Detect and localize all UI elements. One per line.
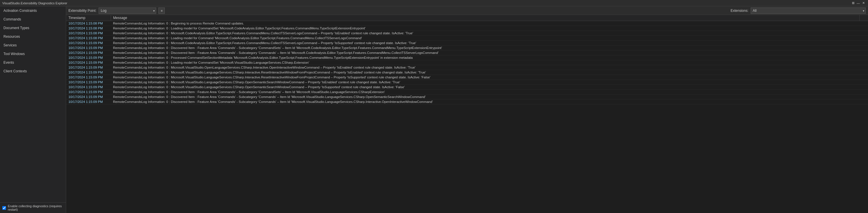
cell-timestamp: 10/17/2024 1:15:08 PM <box>66 21 111 26</box>
table-row: 10/17/2024 1:15:09 PMRemoteCommandsLog I… <box>66 65 868 70</box>
cell-timestamp: 10/17/2024 1:15:08 PM <box>66 26 111 31</box>
table-row: 10/17/2024 1:15:09 PMRemoteCommandsLog I… <box>66 55 868 60</box>
cell-timestamp: 10/17/2024 1:15:09 PM <box>66 70 111 75</box>
table-row: 10/17/2024 1:15:09 PMRemoteCommandsLog I… <box>66 50 868 55</box>
table-row: 10/17/2024 1:15:08 PMRemoteCommandsLog I… <box>66 31 868 36</box>
cell-timestamp: 10/17/2024 1:15:09 PM <box>66 65 111 70</box>
col-message: Message <box>111 15 859 21</box>
extensions-select[interactable]: All <box>751 7 866 14</box>
title-bar-controls: ⊞ — ✕ <box>851 1 866 5</box>
extensibility-point-select[interactable]: Log <box>99 7 156 14</box>
cell-message: RemoteCommandsLog Information: 0 : Micro… <box>111 31 868 36</box>
table-row: 10/17/2024 1:15:09 PMRemoteCommandsLog I… <box>66 46 868 50</box>
toolbar: Extensibility Point: Log ≡ Extensions: A… <box>66 6 868 15</box>
cell-message: RemoteCommandsLog Information: 0 : Loadi… <box>111 60 868 65</box>
log-table-container[interactable]: Timestamp Message 10/17/2024 1:15:08 PMR… <box>66 15 868 213</box>
table-row: 10/17/2024 1:15:08 PMRemoteCommandsLog I… <box>66 21 868 26</box>
cell-timestamp: 10/17/2024 1:15:09 PM <box>66 46 111 50</box>
cell-message: RemoteCommandsLog Information: 0 : Begin… <box>111 21 868 26</box>
extensions-select-wrapper: All <box>751 7 866 14</box>
table-row: 10/17/2024 1:15:09 PMRemoteCommandsLog I… <box>66 75 868 80</box>
sidebar-item-services[interactable]: Services <box>0 41 66 50</box>
cell-message: RemoteCommandsLog Information: 0 : Micro… <box>111 85 868 90</box>
table-row: 10/17/2024 1:15:09 PMRemoteCommandsLog I… <box>66 70 868 75</box>
lines-icon-button[interactable]: ≡ <box>158 7 165 14</box>
sidebar-item-client-contexts[interactable]: Client Contexts <box>0 67 66 76</box>
cell-message: RemoteCommandsLog Information: 0 : Disco… <box>111 50 868 55</box>
sidebar-item-tool-windows[interactable]: Tool Windows <box>0 50 66 58</box>
table-row: 10/17/2024 1:15:08 PMRemoteCommandsLog I… <box>66 36 868 41</box>
cell-message: RemoteCommandsLog Information: 0 : Micro… <box>111 65 868 70</box>
log-table: Timestamp Message 10/17/2024 1:15:08 PMR… <box>66 15 868 104</box>
table-row: 10/17/2024 1:15:09 PMRemoteCommandsLog I… <box>66 80 868 85</box>
cell-message: RemoteCommandsLog Information: 0 : Disco… <box>111 90 868 95</box>
cell-message: RemoteCommandsLog Information: 0 : Disco… <box>111 100 868 104</box>
lines-icon: ≡ <box>161 9 162 12</box>
content-area: Extensibility Point: Log ≡ Extensions: A… <box>66 6 868 213</box>
sidebar-item-events[interactable]: Events <box>0 58 66 67</box>
table-header-row: Timestamp Message <box>66 15 868 21</box>
table-row: 10/17/2024 1:15:09 PMRemoteCommandsLog I… <box>66 85 868 90</box>
main-container: Activation ConstraintsCommandsDocument T… <box>0 6 868 213</box>
col-extra <box>859 15 868 21</box>
cell-message: RemoteCommandsLog Information: 0 : Loadi… <box>111 36 868 41</box>
sidebar-item-activation-constraints[interactable]: Activation Constraints <box>0 6 66 15</box>
table-row: 10/17/2024 1:15:09 PMRemoteCommandsLog I… <box>66 60 868 65</box>
cell-timestamp: 10/17/2024 1:15:09 PM <box>66 55 111 60</box>
col-timestamp: Timestamp <box>66 15 111 21</box>
cell-timestamp: 10/17/2024 1:15:08 PM <box>66 31 111 36</box>
cell-timestamp: 10/17/2024 1:15:09 PM <box>66 85 111 90</box>
cell-timestamp: 10/17/2024 1:15:09 PM <box>66 60 111 65</box>
sidebar-item-resources[interactable]: Resources <box>0 32 66 41</box>
table-row: 10/17/2024 1:15:09 PMRemoteCommandsLog I… <box>66 100 868 104</box>
minimize-button[interactable]: — <box>856 1 861 5</box>
close-button[interactable]: ✕ <box>861 1 866 5</box>
sidebar-footer: Enable collecting diagnostics (requires … <box>0 202 66 213</box>
enable-diagnostics-checkbox[interactable] <box>2 206 6 210</box>
title-bar: VisualStudio.Extensibility Diagnostics E… <box>0 0 868 6</box>
cell-timestamp: 10/17/2024 1:15:08 PM <box>66 36 111 41</box>
extensibility-point-label: Extensibility Point: <box>68 9 96 13</box>
cell-message: RemoteCommandsLog Information: 0 : Disco… <box>111 46 868 50</box>
sidebar-footer-label: Enable collecting diagnostics (requires … <box>8 204 64 211</box>
pin-button[interactable]: ⊞ <box>851 1 855 5</box>
cell-timestamp: 10/17/2024 1:15:09 PM <box>66 50 111 55</box>
table-row: 10/17/2024 1:15:08 PMRemoteCommandsLog I… <box>66 26 868 31</box>
cell-timestamp: 10/17/2024 1:15:09 PM <box>66 100 111 104</box>
table-row: 10/17/2024 1:15:09 PMRemoteCommandsLog I… <box>66 90 868 95</box>
cell-timestamp: 10/17/2024 1:15:09 PM <box>66 90 111 95</box>
cell-message: RemoteCommandsLog Information: 0 : Proce… <box>111 55 868 60</box>
cell-message: RemoteCommandsLog Information: 0 : Micro… <box>111 70 868 75</box>
cell-message: RemoteCommandsLog Information: 0 : Micro… <box>111 75 868 80</box>
sidebar-item-commands[interactable]: Commands <box>0 15 66 24</box>
cell-timestamp: 10/17/2024 1:15:09 PM <box>66 41 111 46</box>
cell-message: RemoteCommandsLog Information: 0 : Micro… <box>111 80 868 85</box>
table-row: 10/17/2024 1:15:09 PMRemoteCommandsLog I… <box>66 95 868 100</box>
sidebar: Activation ConstraintsCommandsDocument T… <box>0 6 66 213</box>
cell-message: RemoteCommandsLog Information: 0 : Loadi… <box>111 26 868 31</box>
cell-message: RemoteCommandsLog Information: 0 : Disco… <box>111 95 868 100</box>
title-bar-text: VisualStudio.Extensibility Diagnostics E… <box>2 1 67 5</box>
table-row: 10/17/2024 1:15:09 PMRemoteCommandsLog I… <box>66 41 868 46</box>
extensibility-point-select-wrapper: Log <box>99 7 156 14</box>
extensions-label: Extensions: <box>731 9 748 13</box>
cell-timestamp: 10/17/2024 1:15:09 PM <box>66 75 111 80</box>
cell-timestamp: 10/17/2024 1:15:09 PM <box>66 80 111 85</box>
cell-message: RemoteCommandsLog Information: 0 : Micro… <box>111 41 868 46</box>
sidebar-item-document-types[interactable]: Document Types <box>0 24 66 32</box>
cell-timestamp: 10/17/2024 1:15:09 PM <box>66 95 111 100</box>
